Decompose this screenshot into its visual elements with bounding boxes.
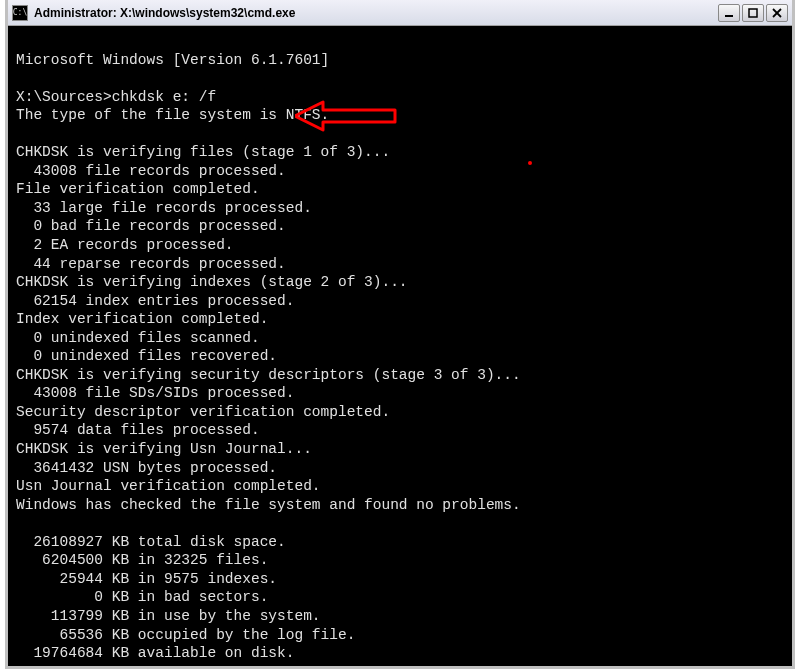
window-title: Administrator: X:\windows\system32\cmd.e… [34,6,718,20]
output-line: 2 EA records processed. [16,237,234,253]
output-line: 9574 data files processed. [16,422,260,438]
window-controls [718,4,788,22]
output-line: 26108927 KB total disk space. [16,534,286,550]
minimize-icon [724,8,734,18]
output-line: Microsoft Windows [Version 6.1.7601] [16,52,329,68]
output-line: The type of the file system is NTFS. [16,107,329,123]
output-line: Security descriptor verification complet… [16,404,390,420]
output-line: File verification completed. [16,181,260,197]
output-line: 0 KB in bad sectors. [16,589,268,605]
output-line: 3641432 USN bytes processed. [16,460,277,476]
output-line: 62154 index entries processed. [16,293,294,309]
output-line: 6204500 KB in 32325 files. [16,552,268,568]
cmd-window: C:\ Administrator: X:\windows\system32\c… [5,0,795,669]
prompt-line: X:\Sources>chkdsk e: /f [16,89,216,105]
output-line: 44 reparse records processed. [16,256,286,272]
output-line: 33 large file records processed. [16,200,312,216]
terminal-output[interactable]: Microsoft Windows [Version 6.1.7601] X:\… [8,26,792,666]
output-line: 43008 file records processed. [16,163,286,179]
output-line: 0 unindexed files scanned. [16,330,260,346]
output-line: 0 bad file records processed. [16,218,286,234]
minimize-button[interactable] [718,4,740,22]
output-line: CHKDSK is verifying files (stage 1 of 3)… [16,144,390,160]
output-line: 19764684 KB available on disk. [16,645,294,661]
output-line: 113799 KB in use by the system. [16,608,321,624]
maximize-button[interactable] [742,4,764,22]
output-line: Usn Journal verification completed. [16,478,321,494]
output-line: 0 unindexed files recovered. [16,348,277,364]
close-button[interactable] [766,4,788,22]
output-line: Index verification completed. [16,311,268,327]
output-line: 25944 KB in 9575 indexes. [16,571,277,587]
output-line: Windows has checked the file system and … [16,497,521,513]
output-line: CHKDSK is verifying indexes (stage 2 of … [16,274,408,290]
app-icon: C:\ [12,5,28,21]
output-line: CHKDSK is verifying Usn Journal... [16,441,312,457]
close-icon [772,8,782,18]
red-dot-annotation [528,161,532,165]
titlebar[interactable]: C:\ Administrator: X:\windows\system32\c… [8,0,792,26]
maximize-icon [748,8,758,18]
output-line: 65536 KB occupied by the log file. [16,627,355,643]
output-line: 43008 file SDs/SIDs processed. [16,385,294,401]
output-line: CHKDSK is verifying security descriptors… [16,367,521,383]
svg-rect-1 [749,9,757,17]
